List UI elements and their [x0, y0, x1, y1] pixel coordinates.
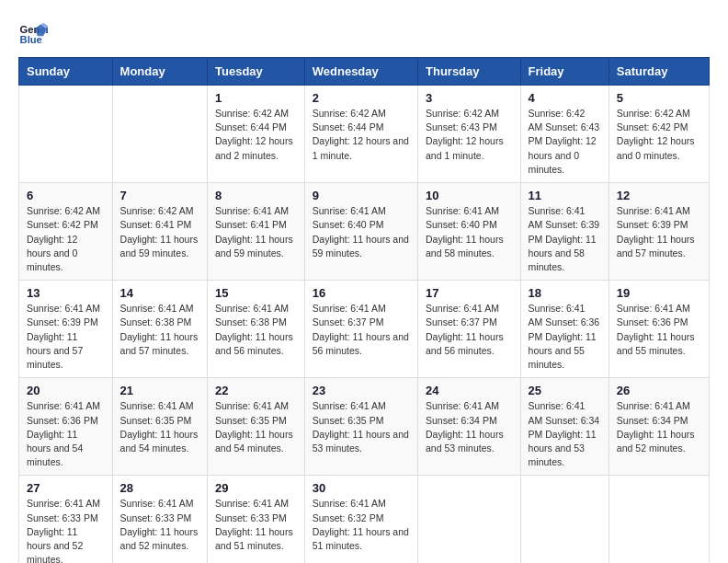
calendar-cell: 13Sunrise: 6:41 AM Sunset: 6:39 PM Dayli… [19, 281, 113, 378]
calendar-cell: 12Sunrise: 6:41 AM Sunset: 6:39 PM Dayli… [609, 183, 709, 281]
header-sunday: Sunday [19, 58, 113, 86]
calendar-cell: 2Sunrise: 6:42 AM Sunset: 6:44 PM Daylig… [304, 86, 417, 183]
calendar-week-2: 6Sunrise: 6:42 AM Sunset: 6:42 PM Daylig… [19, 183, 710, 281]
day-number: 29 [215, 481, 297, 495]
day-number: 16 [313, 286, 410, 300]
day-detail: Sunrise: 6:41 AM Sunset: 6:33 PM Dayligh… [120, 497, 199, 553]
day-number: 20 [27, 384, 105, 397]
day-detail: Sunrise: 6:42 AM Sunset: 6:42 PM Dayligh… [27, 204, 105, 274]
day-detail: Sunrise: 6:41 AM Sunset: 6:39 PM Dayligh… [617, 204, 701, 260]
calendar-cell: 17Sunrise: 6:41 AM Sunset: 6:37 PM Dayli… [418, 281, 521, 378]
calendar-cell [520, 476, 609, 563]
day-detail: Sunrise: 6:42 AM Sunset: 6:43 PM Dayligh… [529, 107, 601, 177]
calendar-cell: 10Sunrise: 6:41 AM Sunset: 6:40 PM Dayli… [418, 183, 521, 281]
day-number: 2 [313, 91, 410, 105]
day-number: 10 [426, 189, 513, 202]
header-tuesday: Tuesday [208, 58, 305, 86]
calendar-cell: 5Sunrise: 6:42 AM Sunset: 6:42 PM Daylig… [609, 86, 709, 183]
calendar-cell: 3Sunrise: 6:42 AM Sunset: 6:43 PM Daylig… [418, 86, 521, 183]
day-number: 21 [120, 384, 199, 397]
day-number: 14 [120, 286, 199, 300]
day-number: 11 [529, 189, 601, 202]
day-number: 8 [215, 189, 297, 202]
day-number: 24 [426, 384, 513, 397]
calendar-cell: 18Sunrise: 6:41 AM Sunset: 6:36 PM Dayli… [520, 281, 609, 378]
day-detail: Sunrise: 6:42 AM Sunset: 6:44 PM Dayligh… [313, 107, 410, 163]
page-header: General Blue [18, 18, 710, 48]
calendar-cell: 28Sunrise: 6:41 AM Sunset: 6:33 PM Dayli… [112, 476, 207, 563]
day-detail: Sunrise: 6:41 AM Sunset: 6:37 PM Dayligh… [426, 302, 513, 358]
day-detail: Sunrise: 6:41 AM Sunset: 6:34 PM Dayligh… [617, 399, 701, 455]
day-number: 6 [27, 189, 105, 202]
calendar-table: Sunday Monday Tuesday Wednesday Thursday… [18, 57, 710, 563]
calendar-cell: 30Sunrise: 6:41 AM Sunset: 6:32 PM Dayli… [304, 476, 417, 563]
day-detail: Sunrise: 6:41 AM Sunset: 6:36 PM Dayligh… [529, 302, 601, 372]
day-detail: Sunrise: 6:41 AM Sunset: 6:35 PM Dayligh… [215, 399, 297, 455]
day-number: 1 [215, 91, 297, 105]
calendar-cell: 24Sunrise: 6:41 AM Sunset: 6:34 PM Dayli… [418, 378, 521, 476]
day-number: 13 [27, 286, 105, 300]
day-number: 19 [617, 286, 701, 300]
day-number: 25 [529, 384, 601, 397]
day-number: 23 [313, 384, 410, 397]
calendar-cell: 1Sunrise: 6:42 AM Sunset: 6:44 PM Daylig… [208, 86, 305, 183]
header-saturday: Saturday [609, 58, 709, 86]
day-number: 3 [426, 91, 513, 105]
calendar-cell: 27Sunrise: 6:41 AM Sunset: 6:33 PM Dayli… [19, 476, 113, 563]
day-detail: Sunrise: 6:41 AM Sunset: 6:36 PM Dayligh… [617, 302, 701, 358]
calendar-week-1: 1Sunrise: 6:42 AM Sunset: 6:44 PM Daylig… [19, 86, 710, 183]
day-detail: Sunrise: 6:41 AM Sunset: 6:37 PM Dayligh… [313, 302, 410, 358]
calendar-header-row: Sunday Monday Tuesday Wednesday Thursday… [19, 58, 710, 86]
day-detail: Sunrise: 6:41 AM Sunset: 6:40 PM Dayligh… [313, 204, 410, 260]
day-detail: Sunrise: 6:41 AM Sunset: 6:39 PM Dayligh… [27, 302, 105, 372]
calendar-cell: 7Sunrise: 6:42 AM Sunset: 6:41 PM Daylig… [112, 183, 207, 281]
day-detail: Sunrise: 6:41 AM Sunset: 6:32 PM Dayligh… [313, 497, 410, 553]
day-number: 15 [215, 286, 297, 300]
day-number: 27 [27, 481, 105, 495]
day-number: 5 [617, 91, 701, 105]
calendar-cell [112, 86, 207, 183]
day-detail: Sunrise: 6:41 AM Sunset: 6:34 PM Dayligh… [426, 399, 513, 455]
day-number: 22 [215, 384, 297, 397]
day-detail: Sunrise: 6:42 AM Sunset: 6:41 PM Dayligh… [120, 204, 199, 260]
calendar-week-5: 27Sunrise: 6:41 AM Sunset: 6:33 PM Dayli… [19, 476, 710, 563]
day-detail: Sunrise: 6:41 AM Sunset: 6:36 PM Dayligh… [27, 399, 105, 469]
calendar-cell: 14Sunrise: 6:41 AM Sunset: 6:38 PM Dayli… [112, 281, 207, 378]
day-detail: Sunrise: 6:41 AM Sunset: 6:38 PM Dayligh… [215, 302, 297, 358]
calendar-cell: 26Sunrise: 6:41 AM Sunset: 6:34 PM Dayli… [609, 378, 709, 476]
calendar-cell: 16Sunrise: 6:41 AM Sunset: 6:37 PM Dayli… [304, 281, 417, 378]
day-number: 9 [313, 189, 410, 202]
header-monday: Monday [112, 58, 207, 86]
calendar-cell [418, 476, 521, 563]
day-number: 18 [529, 286, 601, 300]
day-detail: Sunrise: 6:41 AM Sunset: 6:33 PM Dayligh… [215, 497, 297, 553]
header-thursday: Thursday [418, 58, 521, 86]
day-detail: Sunrise: 6:41 AM Sunset: 6:38 PM Dayligh… [120, 302, 199, 358]
calendar-cell: 20Sunrise: 6:41 AM Sunset: 6:36 PM Dayli… [19, 378, 113, 476]
header-friday: Friday [520, 58, 609, 86]
day-detail: Sunrise: 6:41 AM Sunset: 6:33 PM Dayligh… [27, 497, 105, 563]
calendar-cell: 21Sunrise: 6:41 AM Sunset: 6:35 PM Dayli… [112, 378, 207, 476]
calendar-cell [19, 86, 113, 183]
day-number: 30 [313, 481, 410, 495]
calendar-week-4: 20Sunrise: 6:41 AM Sunset: 6:36 PM Dayli… [19, 378, 710, 476]
calendar-week-3: 13Sunrise: 6:41 AM Sunset: 6:39 PM Dayli… [19, 281, 710, 378]
calendar-cell: 8Sunrise: 6:41 AM Sunset: 6:41 PM Daylig… [208, 183, 305, 281]
calendar-cell: 6Sunrise: 6:42 AM Sunset: 6:42 PM Daylig… [19, 183, 113, 281]
day-number: 7 [120, 189, 199, 202]
day-detail: Sunrise: 6:41 AM Sunset: 6:35 PM Dayligh… [120, 399, 199, 455]
calendar-cell: 29Sunrise: 6:41 AM Sunset: 6:33 PM Dayli… [208, 476, 305, 563]
calendar-cell: 19Sunrise: 6:41 AM Sunset: 6:36 PM Dayli… [609, 281, 709, 378]
day-detail: Sunrise: 6:42 AM Sunset: 6:42 PM Dayligh… [617, 107, 701, 163]
header-wednesday: Wednesday [304, 58, 417, 86]
logo: General Blue [18, 18, 51, 48]
day-detail: Sunrise: 6:41 AM Sunset: 6:39 PM Dayligh… [529, 204, 601, 274]
calendar-cell: 23Sunrise: 6:41 AM Sunset: 6:35 PM Dayli… [304, 378, 417, 476]
day-detail: Sunrise: 6:41 AM Sunset: 6:40 PM Dayligh… [426, 204, 513, 260]
logo-icon: General Blue [18, 18, 48, 48]
day-detail: Sunrise: 6:41 AM Sunset: 6:34 PM Dayligh… [529, 399, 601, 469]
calendar-cell: 4Sunrise: 6:42 AM Sunset: 6:43 PM Daylig… [520, 86, 609, 183]
day-number: 28 [120, 481, 199, 495]
calendar-cell: 9Sunrise: 6:41 AM Sunset: 6:40 PM Daylig… [304, 183, 417, 281]
day-detail: Sunrise: 6:41 AM Sunset: 6:41 PM Dayligh… [215, 204, 297, 260]
